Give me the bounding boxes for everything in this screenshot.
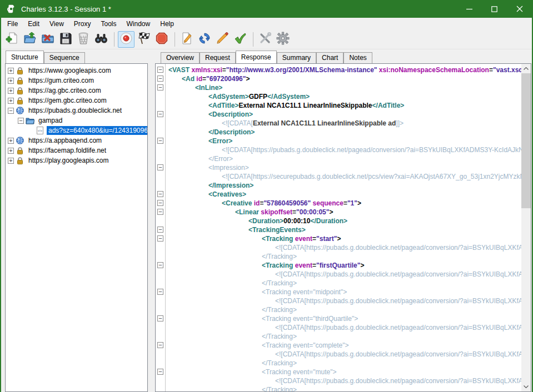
structure-tree[interactable]: +https://www.googleapis.com+https://gum.… bbox=[5, 63, 148, 392]
minimize-icon bbox=[466, 6, 472, 12]
settings-button[interactable] bbox=[275, 31, 291, 48]
xml-content: <VAST xmlns:xsi="http://www.w3.org/2001/… bbox=[166, 64, 521, 391]
repeat-button[interactable] bbox=[196, 31, 213, 48]
tree-row[interactable]: −https://pubads.g.doubleclick.net bbox=[6, 105, 147, 115]
tab-overview[interactable]: Overview bbox=[161, 52, 200, 63]
find-button[interactable] bbox=[93, 31, 109, 48]
tree-row[interactable]: +https://gem.gbc.criteo.com bbox=[6, 96, 147, 105]
expand-toggle-icon[interactable]: + bbox=[8, 78, 14, 84]
lock-icon bbox=[16, 97, 24, 104]
xml-collapse-toggle[interactable]: − bbox=[157, 369, 163, 375]
xml-line: <InLine> bbox=[166, 83, 521, 92]
throttling-button[interactable] bbox=[136, 31, 152, 48]
tree-row[interactable]: +https://facemap.foldlife.net bbox=[6, 145, 147, 155]
xml-collapse-toggle[interactable]: − bbox=[157, 84, 163, 91]
xml-line: <![CDATA[https://securepubads.g.doublecl… bbox=[166, 172, 521, 181]
record-button[interactable] bbox=[118, 31, 135, 48]
collapse-toggle-icon[interactable]: − bbox=[18, 118, 24, 124]
xml-collapse-toggle[interactable]: − bbox=[157, 76, 163, 82]
menu-proxy[interactable]: Proxy bbox=[69, 19, 96, 29]
xml-collapse-toggle[interactable]: − bbox=[157, 191, 163, 197]
tree-row[interactable]: <>ads?sz=640x480&iu=/124319096/ex bbox=[6, 125, 147, 135]
xml-line: <![CDATA[https://pubads.g.doubleclick.ne… bbox=[166, 296, 521, 305]
tab-chart[interactable]: Chart bbox=[316, 52, 343, 63]
menu-window[interactable]: Window bbox=[122, 19, 156, 29]
expand-toggle-icon[interactable]: + bbox=[8, 158, 14, 164]
expand-toggle-icon[interactable]: + bbox=[8, 88, 14, 94]
refresh-icon bbox=[198, 32, 211, 47]
tab-structure[interactable]: Structure bbox=[6, 51, 44, 63]
xml-collapse-toggle[interactable]: − bbox=[157, 200, 163, 206]
vertical-scrollbar[interactable] bbox=[521, 64, 531, 391]
scroll-up-button[interactable] bbox=[521, 64, 531, 73]
xml-line: <![CDATA[https://pubads.g.doubleclick.ne… bbox=[166, 243, 521, 252]
menu-view[interactable]: View bbox=[44, 19, 69, 29]
tree-row[interactable]: +https://gum.criteo.com bbox=[6, 76, 147, 86]
xml-line: </Tracking> bbox=[166, 332, 521, 341]
menu-edit[interactable]: Edit bbox=[23, 19, 44, 29]
scrollbar-thumb[interactable] bbox=[521, 73, 531, 208]
tree-row[interactable]: +https://a.appbaqend.com bbox=[6, 135, 147, 145]
xml-collapse-toggle[interactable]: − bbox=[157, 289, 163, 295]
tree-row[interactable]: +https://play.googleapis.com bbox=[6, 155, 147, 165]
lock-icon bbox=[16, 147, 24, 154]
tree-row-label: https://ag.gbc.criteo.com bbox=[27, 86, 103, 95]
expand-toggle-icon[interactable]: + bbox=[8, 68, 14, 74]
open-session-button[interactable] bbox=[22, 31, 38, 48]
tree-row[interactable]: −gampad bbox=[6, 115, 147, 125]
tree-row[interactable]: +https://ag.gbc.criteo.com bbox=[6, 86, 147, 96]
edit-button[interactable] bbox=[214, 31, 231, 48]
xml-line: </Tracking> bbox=[166, 252, 521, 261]
xml-collapse-toggle[interactable]: − bbox=[157, 164, 163, 170]
xml-collapse-toggle[interactable]: − bbox=[157, 235, 163, 242]
tab-response[interactable]: Response bbox=[236, 51, 277, 63]
menu-help[interactable]: Help bbox=[155, 19, 179, 29]
maximize-button[interactable] bbox=[482, 0, 507, 18]
xml-line: <Description> bbox=[166, 110, 521, 119]
svg-text:<>: <> bbox=[38, 129, 42, 133]
close-session-button[interactable] bbox=[39, 31, 56, 48]
close-button[interactable] bbox=[507, 0, 532, 18]
expand-toggle-icon[interactable]: + bbox=[8, 138, 14, 144]
xml-collapse-toggle[interactable]: − bbox=[157, 138, 163, 144]
menu-tools[interactable]: Tools bbox=[96, 19, 122, 29]
charles-window: Charles 3.12.3 - Session 1 * FileEditVie… bbox=[0, 0, 533, 392]
xml-line: <Linear skipoffset="00:00:05"> bbox=[166, 208, 521, 217]
tab-summary[interactable]: Summary bbox=[277, 52, 316, 63]
xml-line: <Impression> bbox=[166, 163, 521, 172]
validate-button[interactable] bbox=[232, 31, 248, 48]
xml-collapse-toggle[interactable]: − bbox=[157, 315, 163, 321]
scroll-down-button[interactable] bbox=[521, 382, 531, 391]
tools-button[interactable] bbox=[257, 31, 273, 48]
clear-session-button[interactable] bbox=[75, 31, 92, 48]
tab-request[interactable]: Request bbox=[200, 52, 236, 63]
new-session-button[interactable] bbox=[4, 31, 21, 48]
expand-toggle-icon[interactable]: + bbox=[8, 98, 14, 104]
menu-file[interactable]: File bbox=[2, 19, 23, 29]
xml-collapse-gutter: −−−−−−−−−−−−−−−− bbox=[156, 64, 166, 391]
tab-notes[interactable]: Notes bbox=[343, 52, 372, 63]
collapse-toggle-icon[interactable]: − bbox=[8, 108, 14, 114]
expand-toggle-icon[interactable]: + bbox=[8, 148, 14, 154]
lock-icon bbox=[16, 77, 24, 84]
pencil-icon bbox=[216, 32, 229, 47]
xml-collapse-toggle[interactable]: − bbox=[157, 67, 163, 73]
minimize-button[interactable] bbox=[457, 0, 482, 18]
xml-collapse-toggle[interactable]: − bbox=[157, 111, 163, 117]
xml-line: </Description> bbox=[166, 128, 521, 137]
tab-sequence[interactable]: Sequence bbox=[44, 52, 85, 63]
xml-collapse-toggle[interactable]: − bbox=[157, 262, 163, 268]
floppy-disk-icon bbox=[59, 32, 72, 47]
breakpoints-button[interactable] bbox=[153, 31, 170, 48]
xml-line: </Impression> bbox=[166, 181, 521, 190]
xml-line: <Ad id="697200496"> bbox=[166, 74, 521, 83]
tree-row-label: ads?sz=640x480&iu=/124319096/ex bbox=[47, 126, 148, 135]
title-bar[interactable]: Charles 3.12.3 - Session 1 * bbox=[1, 0, 532, 18]
save-session-button[interactable] bbox=[57, 31, 74, 48]
tree-row[interactable]: +https://www.googleapis.com bbox=[6, 66, 147, 76]
xml-collapse-toggle[interactable]: − bbox=[157, 342, 163, 348]
binoculars-icon bbox=[94, 32, 108, 47]
compose-button[interactable] bbox=[178, 31, 195, 48]
xml-collapse-toggle[interactable]: − bbox=[157, 227, 163, 233]
xml-collapse-toggle[interactable]: − bbox=[157, 209, 163, 215]
